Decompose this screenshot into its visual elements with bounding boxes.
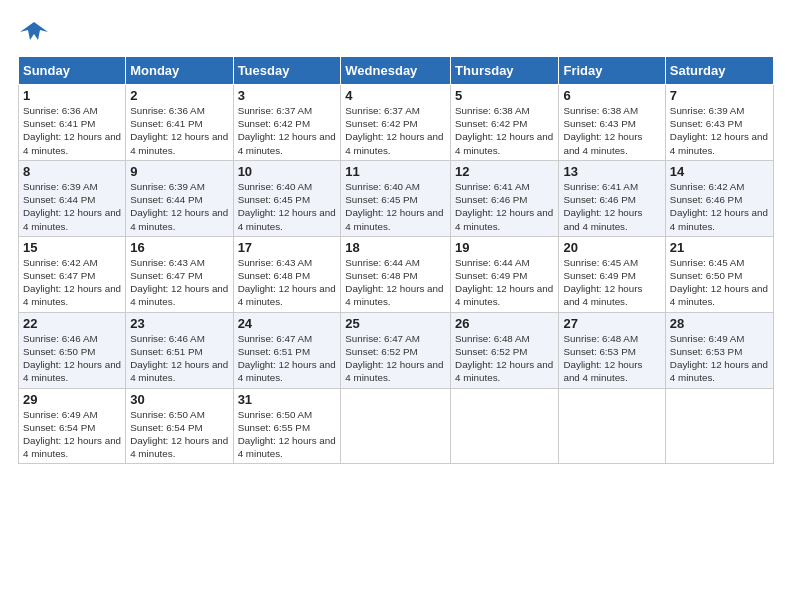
day-number: 17 <box>238 240 337 255</box>
day-number: 11 <box>345 164 446 179</box>
day-cell: 21Sunrise: 6:45 AM Sunset: 6:50 PM Dayli… <box>665 236 773 312</box>
day-cell: 13Sunrise: 6:41 AM Sunset: 6:46 PM Dayli… <box>559 160 665 236</box>
day-cell: 11Sunrise: 6:40 AM Sunset: 6:45 PM Dayli… <box>341 160 451 236</box>
logo <box>18 18 48 46</box>
day-cell: 4Sunrise: 6:37 AM Sunset: 6:42 PM Daylig… <box>341 85 451 161</box>
day-info: Sunrise: 6:38 AM Sunset: 6:43 PM Dayligh… <box>563 104 660 157</box>
day-number: 26 <box>455 316 554 331</box>
day-info: Sunrise: 6:41 AM Sunset: 6:46 PM Dayligh… <box>563 180 660 233</box>
day-cell: 9Sunrise: 6:39 AM Sunset: 6:44 PM Daylig… <box>126 160 233 236</box>
day-info: Sunrise: 6:49 AM Sunset: 6:53 PM Dayligh… <box>670 332 769 385</box>
day-cell <box>341 388 451 464</box>
day-info: Sunrise: 6:42 AM Sunset: 6:47 PM Dayligh… <box>23 256 121 309</box>
week-row: 29Sunrise: 6:49 AM Sunset: 6:54 PM Dayli… <box>19 388 774 464</box>
day-info: Sunrise: 6:37 AM Sunset: 6:42 PM Dayligh… <box>345 104 446 157</box>
day-cell: 15Sunrise: 6:42 AM Sunset: 6:47 PM Dayli… <box>19 236 126 312</box>
day-number: 12 <box>455 164 554 179</box>
day-info: Sunrise: 6:45 AM Sunset: 6:50 PM Dayligh… <box>670 256 769 309</box>
day-number: 30 <box>130 392 228 407</box>
day-number: 27 <box>563 316 660 331</box>
day-number: 2 <box>130 88 228 103</box>
day-info: Sunrise: 6:46 AM Sunset: 6:51 PM Dayligh… <box>130 332 228 385</box>
day-number: 28 <box>670 316 769 331</box>
day-cell: 14Sunrise: 6:42 AM Sunset: 6:46 PM Dayli… <box>665 160 773 236</box>
day-cell: 28Sunrise: 6:49 AM Sunset: 6:53 PM Dayli… <box>665 312 773 388</box>
day-cell: 26Sunrise: 6:48 AM Sunset: 6:52 PM Dayli… <box>451 312 559 388</box>
day-cell: 24Sunrise: 6:47 AM Sunset: 6:51 PM Dayli… <box>233 312 341 388</box>
header-cell-tuesday: Tuesday <box>233 57 341 85</box>
day-number: 20 <box>563 240 660 255</box>
day-info: Sunrise: 6:44 AM Sunset: 6:48 PM Dayligh… <box>345 256 446 309</box>
day-cell: 27Sunrise: 6:48 AM Sunset: 6:53 PM Dayli… <box>559 312 665 388</box>
day-cell: 29Sunrise: 6:49 AM Sunset: 6:54 PM Dayli… <box>19 388 126 464</box>
logo-bird-icon <box>20 18 48 46</box>
day-info: Sunrise: 6:37 AM Sunset: 6:42 PM Dayligh… <box>238 104 337 157</box>
day-number: 4 <box>345 88 446 103</box>
day-info: Sunrise: 6:48 AM Sunset: 6:52 PM Dayligh… <box>455 332 554 385</box>
day-info: Sunrise: 6:40 AM Sunset: 6:45 PM Dayligh… <box>345 180 446 233</box>
day-cell: 6Sunrise: 6:38 AM Sunset: 6:43 PM Daylig… <box>559 85 665 161</box>
day-info: Sunrise: 6:36 AM Sunset: 6:41 PM Dayligh… <box>23 104 121 157</box>
day-info: Sunrise: 6:43 AM Sunset: 6:48 PM Dayligh… <box>238 256 337 309</box>
day-number: 16 <box>130 240 228 255</box>
day-cell: 10Sunrise: 6:40 AM Sunset: 6:45 PM Dayli… <box>233 160 341 236</box>
day-cell: 18Sunrise: 6:44 AM Sunset: 6:48 PM Dayli… <box>341 236 451 312</box>
day-cell <box>559 388 665 464</box>
day-number: 1 <box>23 88 121 103</box>
week-row: 8Sunrise: 6:39 AM Sunset: 6:44 PM Daylig… <box>19 160 774 236</box>
week-row: 22Sunrise: 6:46 AM Sunset: 6:50 PM Dayli… <box>19 312 774 388</box>
day-info: Sunrise: 6:46 AM Sunset: 6:50 PM Dayligh… <box>23 332 121 385</box>
day-info: Sunrise: 6:47 AM Sunset: 6:51 PM Dayligh… <box>238 332 337 385</box>
day-number: 29 <box>23 392 121 407</box>
day-info: Sunrise: 6:39 AM Sunset: 6:43 PM Dayligh… <box>670 104 769 157</box>
day-number: 19 <box>455 240 554 255</box>
header-cell-monday: Monday <box>126 57 233 85</box>
day-number: 21 <box>670 240 769 255</box>
day-number: 9 <box>130 164 228 179</box>
day-cell: 20Sunrise: 6:45 AM Sunset: 6:49 PM Dayli… <box>559 236 665 312</box>
day-cell: 1Sunrise: 6:36 AM Sunset: 6:41 PM Daylig… <box>19 85 126 161</box>
day-info: Sunrise: 6:42 AM Sunset: 6:46 PM Dayligh… <box>670 180 769 233</box>
day-number: 3 <box>238 88 337 103</box>
header <box>18 18 774 46</box>
calendar-header: SundayMondayTuesdayWednesdayThursdayFrid… <box>19 57 774 85</box>
day-info: Sunrise: 6:38 AM Sunset: 6:42 PM Dayligh… <box>455 104 554 157</box>
day-cell: 16Sunrise: 6:43 AM Sunset: 6:47 PM Dayli… <box>126 236 233 312</box>
day-info: Sunrise: 6:41 AM Sunset: 6:46 PM Dayligh… <box>455 180 554 233</box>
day-number: 25 <box>345 316 446 331</box>
header-cell-sunday: Sunday <box>19 57 126 85</box>
day-cell: 31Sunrise: 6:50 AM Sunset: 6:55 PM Dayli… <box>233 388 341 464</box>
svg-marker-0 <box>20 22 48 40</box>
day-cell: 7Sunrise: 6:39 AM Sunset: 6:43 PM Daylig… <box>665 85 773 161</box>
day-number: 10 <box>238 164 337 179</box>
calendar-table: SundayMondayTuesdayWednesdayThursdayFrid… <box>18 56 774 464</box>
day-number: 6 <box>563 88 660 103</box>
day-number: 22 <box>23 316 121 331</box>
day-cell: 30Sunrise: 6:50 AM Sunset: 6:54 PM Dayli… <box>126 388 233 464</box>
week-row: 15Sunrise: 6:42 AM Sunset: 6:47 PM Dayli… <box>19 236 774 312</box>
day-info: Sunrise: 6:50 AM Sunset: 6:55 PM Dayligh… <box>238 408 337 461</box>
day-number: 13 <box>563 164 660 179</box>
day-number: 23 <box>130 316 228 331</box>
day-number: 8 <box>23 164 121 179</box>
day-cell <box>451 388 559 464</box>
day-info: Sunrise: 6:40 AM Sunset: 6:45 PM Dayligh… <box>238 180 337 233</box>
day-number: 18 <box>345 240 446 255</box>
day-info: Sunrise: 6:36 AM Sunset: 6:41 PM Dayligh… <box>130 104 228 157</box>
day-number: 5 <box>455 88 554 103</box>
day-cell: 22Sunrise: 6:46 AM Sunset: 6:50 PM Dayli… <box>19 312 126 388</box>
day-info: Sunrise: 6:48 AM Sunset: 6:53 PM Dayligh… <box>563 332 660 385</box>
day-cell: 25Sunrise: 6:47 AM Sunset: 6:52 PM Dayli… <box>341 312 451 388</box>
day-info: Sunrise: 6:43 AM Sunset: 6:47 PM Dayligh… <box>130 256 228 309</box>
day-cell: 19Sunrise: 6:44 AM Sunset: 6:49 PM Dayli… <box>451 236 559 312</box>
day-cell: 17Sunrise: 6:43 AM Sunset: 6:48 PM Dayli… <box>233 236 341 312</box>
day-cell <box>665 388 773 464</box>
day-cell: 3Sunrise: 6:37 AM Sunset: 6:42 PM Daylig… <box>233 85 341 161</box>
day-cell: 8Sunrise: 6:39 AM Sunset: 6:44 PM Daylig… <box>19 160 126 236</box>
page: SundayMondayTuesdayWednesdayThursdayFrid… <box>0 0 792 612</box>
header-cell-thursday: Thursday <box>451 57 559 85</box>
header-row: SundayMondayTuesdayWednesdayThursdayFrid… <box>19 57 774 85</box>
day-number: 14 <box>670 164 769 179</box>
day-cell: 12Sunrise: 6:41 AM Sunset: 6:46 PM Dayli… <box>451 160 559 236</box>
day-info: Sunrise: 6:39 AM Sunset: 6:44 PM Dayligh… <box>23 180 121 233</box>
